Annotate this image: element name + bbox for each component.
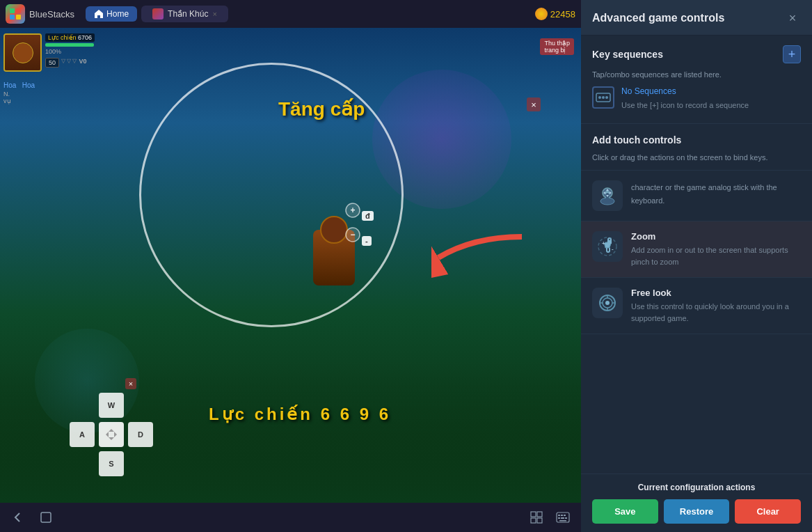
key-sequences-section: Key sequences + Tap/combo sequences are …: [581, 36, 812, 124]
free-look-icon-wrap: [592, 288, 623, 318]
zoom-text: Zoom Add zoom in or out to the screen th…: [631, 231, 801, 267]
coin-icon: [535, 8, 548, 20]
dpad-down[interactable]: S: [99, 451, 124, 476]
svg-rect-20: [565, 517, 567, 519]
add-touch-section: Add touch controls Click or drag the act…: [581, 124, 812, 171]
svg-rect-13: [537, 518, 542, 523]
restore-button[interactable]: Restore: [664, 499, 730, 524]
svg-rect-2: [10, 15, 15, 19]
footer-title: Current configuration actions: [592, 483, 801, 492]
luc-chien-stat: Lực chiến 6706: [45, 33, 95, 42]
toolbar-right-buttons: [525, 506, 574, 529]
svg-point-35: [605, 301, 610, 305]
free-look-text: Free look Use this control to quickly lo…: [631, 288, 801, 324]
add-touch-desc: Click or drag the actions on the screen …: [592, 153, 768, 162]
brand-name: BlueStacks: [29, 9, 74, 19]
svg-rect-12: [531, 518, 536, 523]
skill-icons: ▽ ▽ ▽: [61, 58, 77, 68]
joystick-icon: [596, 185, 619, 207]
side-panel: Advanced game controls × Key sequences +…: [581, 0, 812, 532]
svg-point-24: [602, 96, 605, 99]
dpad-left[interactable]: A: [70, 422, 95, 447]
dpad-right[interactable]: D: [128, 422, 153, 447]
back-button[interactable]: [7, 506, 29, 529]
home-toolbar-button[interactable]: [35, 506, 57, 529]
free-look-icon: [596, 292, 619, 314]
panel-footer: Current configuration actions Save Resto…: [581, 474, 812, 532]
dpad-center: [99, 422, 124, 447]
zoom-desc: Add zoom in or out to the screen that su…: [631, 244, 801, 267]
zoom-controls: +: [344, 202, 361, 221]
game-close-btn[interactable]: ×: [527, 97, 541, 111]
svg-rect-21: [559, 520, 566, 522]
svg-rect-18: [558, 517, 560, 519]
game-tab[interactable]: Thần Khúc ×: [141, 6, 228, 22]
svg-rect-9: [41, 513, 51, 522]
joystick-desc: character or the game analog stick with …: [631, 183, 777, 205]
panel-close-button[interactable]: ×: [784, 10, 801, 26]
panel-header: Advanced game controls ×: [581, 0, 812, 36]
game-area: BlueStacks Home Thần Khúc × 22458 Tăng c…: [0, 0, 581, 532]
hud-labels: Hoa Hoa N. vụ: [3, 80, 35, 104]
hp-bar: [45, 43, 94, 47]
svg-rect-3: [16, 15, 21, 19]
free-look-desc: Use this control to quickly look around …: [631, 301, 801, 324]
zoom-icon-wrap: + -: [592, 231, 623, 262]
dpad: W S A D: [70, 393, 153, 476]
joystick-icon-wrap: [592, 180, 623, 211]
key-bind-d: đ: [362, 211, 374, 221]
svg-text:+: +: [602, 240, 605, 247]
home-button[interactable]: Home: [86, 6, 137, 22]
coin-value: 22458: [550, 9, 575, 19]
v0-badge: V0: [79, 58, 86, 68]
free-look-name: Free look: [631, 288, 801, 298]
svg-text:+: +: [350, 205, 355, 215]
clear-button[interactable]: Clear: [735, 499, 801, 524]
free-look-control-item[interactable]: Free look Use this control to quickly lo…: [581, 278, 812, 334]
key-sequences-header: Key sequences +: [592, 45, 801, 63]
zoom-icon: + -: [596, 235, 619, 258]
char-portrait: [3, 33, 42, 72]
svg-point-25: [605, 96, 608, 99]
zoom-minus-control: −: [344, 226, 361, 246]
no-sequences-link[interactable]: No Sequences: [621, 86, 801, 96]
panel-content[interactable]: Key sequences + Tap/combo sequences are …: [581, 36, 812, 474]
svg-text:-: -: [612, 246, 614, 252]
svg-rect-16: [561, 515, 563, 516]
no-sequences-hint: Use the [+] icon to record a sequence: [621, 101, 749, 109]
red-arrow: [431, 230, 529, 288]
joystick-control-item[interactable]: character or the game analog stick with …: [581, 171, 812, 221]
zoom-name: Zoom: [631, 231, 801, 242]
add-touch-title: Add touch controls: [592, 134, 681, 146]
add-sequence-button[interactable]: +: [783, 45, 801, 63]
luc-chien-bottom: Lực chiến 6 6 9 6: [209, 405, 391, 424]
svg-rect-19: [561, 517, 564, 519]
wasd-controller: W S A D: [70, 393, 153, 476]
save-button[interactable]: Save: [592, 499, 658, 524]
svg-rect-0: [10, 8, 15, 13]
bluestacks-logo: [6, 4, 25, 24]
key-bind-minus: -: [362, 236, 372, 246]
zoom-control-item[interactable]: + - Zoom Add zoom in or out to the scree…: [581, 221, 812, 278]
home-label: Home: [106, 9, 129, 19]
svg-text:−: −: [350, 230, 355, 240]
hp-percent: 100%: [45, 48, 95, 55]
coin-display: 22458: [535, 8, 575, 20]
wasd-close-btn[interactable]: ×: [125, 378, 136, 389]
tab-label: Thần Khúc: [168, 9, 208, 19]
no-sequences-text: No Sequences Use the [+] icon to record …: [621, 86, 801, 111]
footer-buttons: Save Restore Clear: [592, 499, 801, 524]
svg-rect-17: [564, 515, 566, 516]
keyboard-button[interactable]: [552, 506, 574, 529]
bottom-toolbar: [0, 503, 581, 532]
svg-rect-15: [558, 515, 560, 516]
panel-title: Advanced game controls: [592, 12, 724, 24]
no-sequences-row: No Sequences Use the [+] icon to record …: [592, 81, 801, 114]
sequence-icon: [592, 86, 614, 109]
dpad-up[interactable]: W: [99, 393, 124, 418]
svg-rect-11: [537, 512, 542, 517]
taskbar: BlueStacks Home Thần Khúc × 22458: [0, 0, 581, 28]
grid-button[interactable]: [525, 506, 548, 529]
hud-right-buttons: Thu thậptrang bị: [540, 38, 574, 55]
key-sequences-desc: Tap/combo sequences are listed here.: [592, 70, 722, 79]
